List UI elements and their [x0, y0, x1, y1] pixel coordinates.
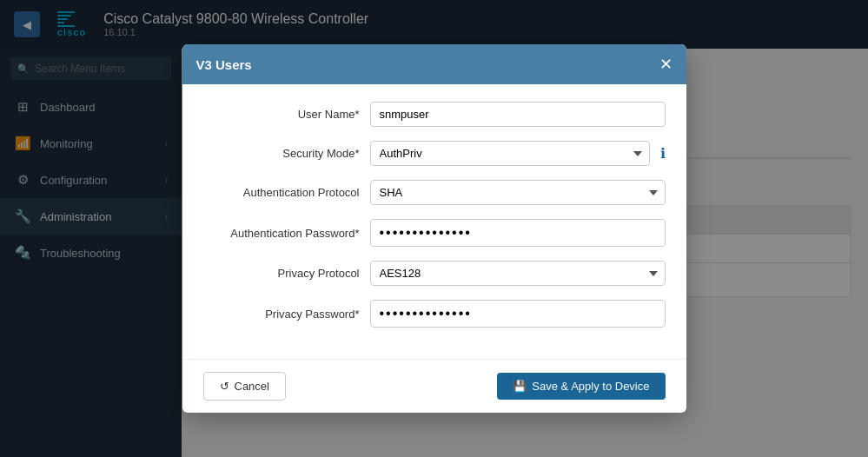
- cancel-button[interactable]: ↺ Cancel: [203, 372, 286, 401]
- auth-password-label: Authentication Password*: [203, 227, 360, 240]
- modal-header: V3 Users ✕: [182, 44, 686, 84]
- modal-overlay: V3 Users ✕ User Name* Security Mode* NoA…: [0, 0, 868, 457]
- v3-users-modal: V3 Users ✕ User Name* Security Mode* NoA…: [182, 44, 686, 413]
- cancel-label: Cancel: [235, 380, 269, 393]
- auth-password-input[interactable]: [370, 219, 666, 247]
- security-mode-row: Security Mode* NoAuthNoPriv AuthNoPriv A…: [203, 141, 666, 166]
- username-row: User Name*: [203, 102, 666, 127]
- auth-protocol-label: Authentication Protocol: [203, 186, 360, 199]
- security-mode-select[interactable]: NoAuthNoPriv AuthNoPriv AuthPriv: [370, 141, 650, 166]
- privacy-password-label: Privacy Password*: [203, 308, 360, 321]
- auth-protocol-row: Authentication Protocol MD5 SHA: [203, 180, 666, 205]
- privacy-password-row: Privacy Password*: [203, 300, 666, 328]
- security-mode-label: Security Mode*: [203, 147, 360, 160]
- modal-title: V3 Users: [196, 57, 252, 72]
- username-label: User Name*: [203, 108, 360, 121]
- auth-password-row: Authentication Password*: [203, 219, 666, 247]
- save-apply-button[interactable]: 💾 Save & Apply to Device: [497, 373, 665, 400]
- auth-protocol-select[interactable]: MD5 SHA: [370, 180, 666, 205]
- save-label: Save & Apply to Device: [532, 380, 649, 393]
- cancel-icon: ↺: [220, 380, 229, 393]
- info-icon[interactable]: ℹ: [660, 145, 666, 162]
- modal-footer: ↺ Cancel 💾 Save & Apply to Device: [182, 359, 686, 413]
- modal-close-button[interactable]: ✕: [659, 55, 673, 74]
- modal-body: User Name* Security Mode* NoAuthNoPriv A…: [182, 84, 686, 359]
- save-icon: 💾: [513, 380, 527, 393]
- privacy-protocol-label: Privacy Protocol: [203, 267, 360, 280]
- privacy-protocol-row: Privacy Protocol AES128 AES192 AES256 DE…: [203, 261, 666, 286]
- username-input[interactable]: [370, 102, 666, 127]
- privacy-password-input[interactable]: [370, 300, 666, 328]
- privacy-protocol-select[interactable]: AES128 AES192 AES256 DES: [370, 261, 666, 286]
